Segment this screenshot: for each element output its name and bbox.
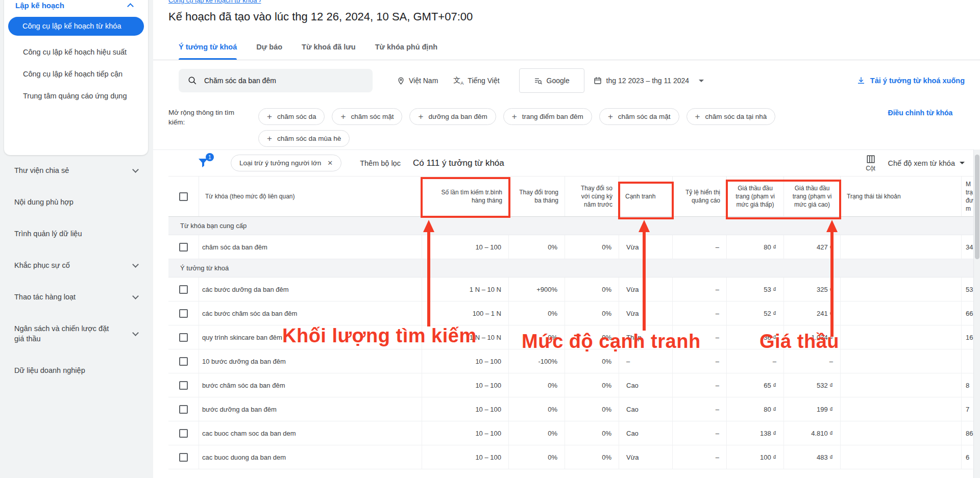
row-checkbox-cell bbox=[168, 421, 199, 445]
cell-impression-share: – bbox=[673, 301, 727, 325]
tab-keyword-ideas[interactable]: Ý tưởng từ khoá bbox=[179, 43, 237, 60]
plus-icon: + bbox=[608, 112, 613, 121]
cell-bid-low: 52 ₫ bbox=[727, 301, 784, 325]
plus-icon: + bbox=[418, 112, 423, 121]
search-value: Chăm sóc da ban đêm bbox=[204, 77, 276, 85]
row-checkbox[interactable] bbox=[179, 429, 188, 438]
cell-volume: 1 N – 10 N bbox=[422, 325, 509, 349]
sidebar-item-app-ads-hub[interactable]: Trung tâm quảng cáo ứng dụng bbox=[23, 91, 133, 102]
sidebar-item-shared-library[interactable]: Thư viện chia sẻ bbox=[0, 165, 153, 175]
col-header-volume[interactable]: Số lần tìm kiếm tr.bình hàng tháng bbox=[422, 177, 509, 216]
view-mode-selector[interactable]: Chế độ xem từ khóa bbox=[888, 159, 965, 167]
row-checkbox[interactable] bbox=[179, 333, 188, 342]
sidebar-item-data-manager[interactable]: Trình quản lý dữ liệu bbox=[0, 229, 153, 239]
keyword-chip[interactable]: + chăm sóc da tại nhà bbox=[687, 108, 776, 125]
sidebar-item-troubleshooting[interactable]: Khắc phục sự cố bbox=[0, 260, 153, 270]
vertical-scrollbar[interactable] bbox=[973, 149, 980, 478]
cell-volume: 1 N – 10 N bbox=[422, 278, 509, 301]
location-pin-icon bbox=[397, 77, 405, 85]
columns-button[interactable]: Cột bbox=[866, 155, 876, 172]
chip-label: chăm sóc mặt bbox=[351, 113, 394, 120]
sidebar-item-label: Thư viện chia sẻ bbox=[14, 165, 69, 175]
sidebar-item-relevant-content[interactable]: Nội dung phù hợp bbox=[0, 197, 153, 207]
sidebar-item-bulk-actions[interactable]: Thao tác hàng loạt bbox=[0, 292, 153, 302]
download-keyword-ideas-button[interactable]: Tải ý tưởng từ khoá xuống bbox=[856, 76, 965, 85]
col-header-competition[interactable]: Cạnh tranh bbox=[619, 177, 673, 216]
search-toolbar: Chăm sóc da ban đêm Việt Nam 文A Tiếng Vi… bbox=[168, 68, 965, 93]
sidebar-item-business-data[interactable]: Dữ liệu doanh nghiệp bbox=[0, 365, 153, 375]
sidebar-item-label: Khắc phục sự cố bbox=[14, 260, 70, 270]
keyword-chip[interactable]: + chăm sóc da mặt bbox=[599, 108, 679, 125]
cell-impression-share: – bbox=[673, 397, 727, 421]
cell-impression-share: – bbox=[673, 421, 727, 445]
cell-bid-high: – bbox=[784, 349, 841, 373]
keyword-chip[interactable]: + dưỡng da ban đêm bbox=[409, 108, 496, 125]
col-header-keyword[interactable]: Từ khóa (theo mức độ liên quan) bbox=[199, 177, 422, 216]
refine-keywords-link[interactable]: Điều chỉnh từ khóa bbox=[886, 108, 954, 118]
cell-change-3m: -100% bbox=[509, 349, 565, 373]
row-checkbox[interactable] bbox=[179, 243, 188, 251]
table-row: các bước chăm sóc da ban đêm 100 – 1 N 0… bbox=[168, 301, 980, 325]
chip-row: + chăm sóc da + chăm sóc mặt + dưỡng da … bbox=[258, 108, 827, 125]
cell-competition: Thấp bbox=[619, 325, 673, 349]
sidebar-item-keyword-planner[interactable]: Công cụ lập kế hoạch từ khóa bbox=[8, 17, 144, 36]
row-checkbox[interactable] bbox=[179, 357, 188, 366]
download-icon bbox=[856, 76, 866, 85]
cell-competition: Vừa bbox=[619, 278, 673, 301]
location-value: Việt Nam bbox=[409, 77, 438, 85]
row-checkbox[interactable] bbox=[179, 405, 188, 414]
keyword-chip[interactable]: + chăm sóc da mùa hè bbox=[258, 130, 350, 147]
sidebar-item-reach-planner[interactable]: Công cụ lập kế hoạch tiếp cận bbox=[23, 69, 133, 80]
col-header-bid-low[interactable]: Giá thầu đầu trang (phạm vi mức giá thấp… bbox=[727, 177, 784, 216]
sidebar: Lập kế hoạch Công cụ lập kế hoạch từ khó… bbox=[0, 0, 153, 478]
row-checkbox[interactable] bbox=[179, 309, 188, 318]
row-checkbox-cell bbox=[168, 373, 199, 397]
col-header-bid-high[interactable]: Giá thầu đầu trang (phạm vi mức giá cao) bbox=[784, 177, 841, 216]
breadcrumb[interactable]: Công cụ lập kế hoạch từ khóa › bbox=[168, 0, 261, 4]
location-selector[interactable]: Việt Nam bbox=[397, 77, 438, 85]
cell-bid-high: 325 ₫ bbox=[784, 278, 841, 301]
scrollbar-thumb[interactable] bbox=[975, 155, 979, 259]
network-selector[interactable]: Google bbox=[519, 68, 584, 93]
keyword-chip[interactable]: + trang điểm ban đêm bbox=[503, 108, 592, 125]
keyword-chip[interactable]: + chăm sóc mặt bbox=[332, 108, 402, 125]
search-input[interactable]: Chăm sóc da ban đêm bbox=[179, 69, 373, 92]
col-header-change-yoy[interactable]: Thay đổi so với cùng kỳ năm trước bbox=[565, 177, 619, 216]
select-all-cell bbox=[168, 177, 199, 216]
cell-bid-high: 4.810 ₫ bbox=[784, 421, 841, 445]
add-filter-button[interactable]: Thêm bộ lọc bbox=[360, 159, 401, 167]
sidebar-item-performance-planner[interactable]: Công cụ lập kế hoạch hiệu suất bbox=[23, 47, 133, 58]
row-checkbox[interactable] bbox=[179, 453, 188, 462]
plus-icon: + bbox=[267, 112, 272, 121]
tab-saved-keywords[interactable]: Từ khoá đã lưu bbox=[302, 43, 356, 60]
tab-forecasts[interactable]: Dự báo bbox=[256, 43, 282, 60]
keyword-expansion-row: Mở rộng thông tin tìm kiếm: + chăm sóc d… bbox=[168, 105, 965, 149]
filter-button[interactable]: 1 bbox=[197, 157, 210, 170]
chevron-down-icon bbox=[132, 261, 139, 268]
cell-competition: Vừa bbox=[619, 235, 673, 259]
row-checkbox[interactable] bbox=[179, 285, 188, 294]
cell-volume: 10 – 100 bbox=[422, 235, 509, 259]
close-icon[interactable]: ✕ bbox=[327, 159, 333, 167]
tab-negative-keywords[interactable]: Từ khóa phủ định bbox=[375, 43, 437, 60]
col-header-change-3m[interactable]: Thay đổi trong ba tháng bbox=[509, 177, 565, 216]
chip-label: chăm sóc da bbox=[277, 113, 316, 120]
view-mode-label: Chế độ xem từ khóa bbox=[888, 159, 955, 167]
keyword-chip[interactable]: + chăm sóc da bbox=[258, 108, 325, 125]
sidebar-item-label: Nội dung phù hợp bbox=[14, 197, 74, 207]
sidebar-section-planning[interactable]: Lập kế hoạch bbox=[4, 1, 148, 10]
row-checkbox[interactable] bbox=[179, 381, 188, 390]
select-all-checkbox[interactable] bbox=[179, 192, 188, 201]
col-header-account-status[interactable]: Trạng thái tài khoản bbox=[841, 177, 962, 216]
language-selector[interactable]: 文A Tiếng Việt bbox=[453, 76, 499, 86]
date-range-selector[interactable]: thg 12 2023 – thg 11 2024 bbox=[594, 77, 704, 85]
cell-volume: 100 – 1 N bbox=[422, 301, 509, 325]
cell-keyword: các bước chăm sóc da ban đêm bbox=[199, 301, 422, 325]
active-filter-chip[interactable]: Loại trừ ý tưởng người lớn ✕ bbox=[231, 155, 341, 171]
cell-bid-high: 241 ₫ bbox=[784, 301, 841, 325]
col-header-impression-share[interactable]: Tỷ lệ hiển thị quảng cáo bbox=[673, 177, 727, 216]
cell-keyword: bước dưỡng da ban đêm bbox=[199, 397, 422, 421]
sidebar-nav-list: Thư viện chia sẻ Nội dung phù hợp Trình … bbox=[0, 165, 153, 397]
cell-change-yoy: 0% bbox=[565, 325, 619, 349]
sidebar-item-budgets-bidding[interactable]: Ngân sách và chiến lược đặt giá thầu bbox=[0, 323, 153, 344]
